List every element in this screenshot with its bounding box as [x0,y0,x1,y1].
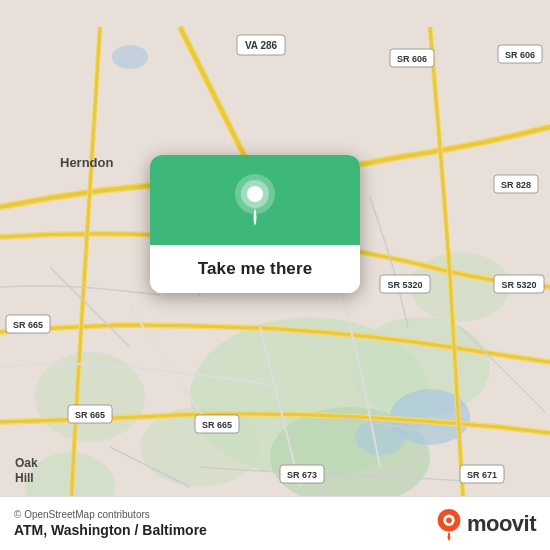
bottom-left-info: © OpenStreetMap contributors ATM, Washin… [14,509,207,538]
moovit-pin-icon [435,507,463,541]
svg-text:SR 5320: SR 5320 [387,280,422,290]
svg-point-10 [112,45,148,69]
location-label: ATM, Washington / Baltimore [14,522,207,538]
svg-point-5 [35,352,145,442]
map-container: VA 286 SR 606 SR 606 VA 286 SR 828 SR 53… [0,0,550,550]
bottom-bar: © OpenStreetMap contributors ATM, Washin… [0,496,550,550]
svg-text:Herndon: Herndon [60,155,114,170]
moovit-logo: moovit [435,507,536,541]
svg-text:SR 673: SR 673 [287,470,317,480]
svg-text:SR 665: SR 665 [75,410,105,420]
svg-point-43 [446,517,452,523]
svg-text:SR 671: SR 671 [467,470,497,480]
take-me-there-button[interactable]: Take me there [150,245,360,293]
svg-text:SR 606: SR 606 [397,54,427,64]
svg-text:SR 665: SR 665 [13,320,43,330]
copyright-text: © OpenStreetMap contributors [14,509,207,520]
svg-text:SR 828: SR 828 [501,180,531,190]
map-pin-icon [234,174,276,226]
svg-text:Hill: Hill [15,471,34,485]
moovit-brand-text: moovit [467,511,536,537]
svg-text:SR 606: SR 606 [505,50,535,60]
location-card: Take me there [150,155,360,293]
svg-point-40 [247,186,263,202]
svg-text:SR 5320: SR 5320 [501,280,536,290]
svg-text:VA 286: VA 286 [245,40,278,51]
svg-text:Oak: Oak [15,456,38,470]
svg-text:SR 665: SR 665 [202,420,232,430]
card-header [150,155,360,245]
